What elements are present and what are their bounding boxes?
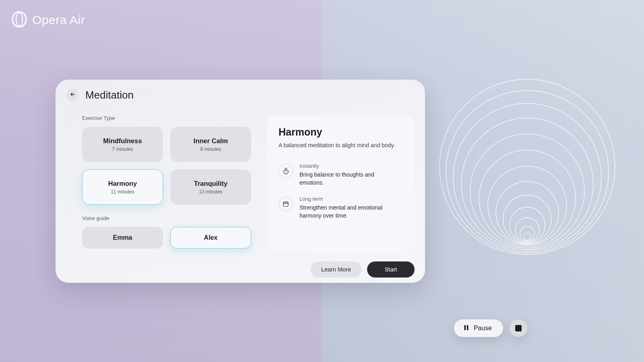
voice-option-alex[interactable]: Alex — [170, 227, 251, 249]
exercise-type-inner-calm[interactable]: Inner Calm 8 minutes — [170, 127, 251, 162]
svg-point-10 — [503, 195, 551, 243]
type-name: Harmony — [108, 180, 137, 187]
svg-point-6 — [470, 134, 584, 248]
svg-point-11 — [510, 207, 545, 243]
benefit-text: Bring balance to thoughts and emotions. — [299, 171, 400, 187]
svg-point-12 — [515, 218, 539, 242]
benefit-text: Strengthen mental and emotional harmony … — [299, 204, 400, 220]
exercise-type-mindfulness[interactable]: Mindfulness 7 minutes — [82, 127, 163, 162]
svg-point-5 — [461, 118, 593, 250]
exercise-type-tranquility[interactable]: Tranquility 13 minutes — [170, 169, 251, 205]
svg-point-13 — [520, 226, 535, 241]
svg-rect-19 — [283, 202, 288, 206]
voice-name: Emma — [113, 234, 132, 241]
benefit-instant: Instantly Bring balance to thoughts and … — [279, 163, 403, 187]
benefit-label: Long term — [299, 196, 400, 202]
benefit-longterm: Long term Strengthen mental and emotiona… — [279, 196, 403, 220]
detail-subtitle: A balanced meditation to alight mind and… — [279, 142, 403, 148]
svg-point-8 — [488, 166, 567, 245]
svg-point-2 — [440, 79, 615, 255]
svg-point-4 — [453, 103, 601, 251]
opera-logo-icon — [11, 11, 27, 29]
svg-rect-23 — [464, 325, 466, 330]
exercise-type-label: Exercise Type — [82, 115, 251, 121]
type-name: Inner Calm — [194, 137, 228, 145]
start-button[interactable]: Start — [367, 261, 415, 278]
type-duration: 7 minutes — [112, 146, 133, 152]
type-duration: 8 minutes — [200, 146, 221, 152]
page-title: Meditation — [85, 89, 134, 101]
meditation-card: Meditation Exercise Type Mindfulness 7 m… — [56, 80, 425, 283]
svg-point-7 — [479, 150, 576, 247]
type-duration: 13 minutes — [199, 189, 223, 195]
detail-panel: Harmony A balanced meditation to alight … — [267, 115, 415, 253]
svg-point-9 — [496, 181, 559, 244]
exercise-type-harmony[interactable]: Harmony 11 minutes — [82, 169, 163, 205]
pause-label: Pause — [474, 325, 492, 332]
voice-option-emma[interactable]: Emma — [82, 227, 163, 249]
arrow-left-icon — [70, 91, 76, 99]
voice-guide-label: Voice guide — [82, 215, 251, 221]
back-button[interactable] — [66, 88, 79, 101]
calendar-icon — [279, 197, 293, 211]
type-name: Mindfulness — [103, 137, 142, 145]
benefit-label: Instantly — [299, 163, 400, 169]
detail-title: Harmony — [279, 126, 403, 138]
svg-point-0 — [12, 12, 26, 27]
type-name: Tranquility — [194, 180, 227, 187]
voice-name: Alex — [204, 234, 218, 241]
pause-icon — [463, 324, 470, 333]
type-duration: 11 minutes — [111, 189, 134, 195]
decorative-orb — [435, 78, 620, 255]
svg-rect-24 — [467, 325, 469, 330]
svg-point-14 — [524, 233, 531, 240]
brand: Opera Air — [11, 11, 85, 29]
learn-more-button[interactable]: Learn More — [311, 261, 361, 278]
svg-point-3 — [446, 90, 609, 253]
brand-name: Opera Air — [32, 13, 85, 27]
stopwatch-icon — [279, 164, 293, 178]
pause-button[interactable]: Pause — [454, 319, 503, 337]
svg-point-1 — [16, 12, 23, 26]
stop-button[interactable] — [510, 319, 527, 337]
stop-icon — [515, 325, 522, 331]
